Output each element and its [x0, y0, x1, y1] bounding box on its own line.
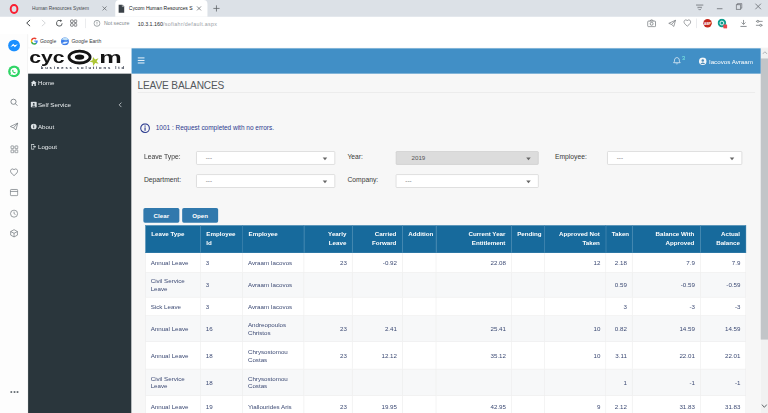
svg-text:ABP: ABP — [704, 22, 712, 26]
svg-text:business solutions ltd: business solutions ltd — [41, 65, 125, 70]
